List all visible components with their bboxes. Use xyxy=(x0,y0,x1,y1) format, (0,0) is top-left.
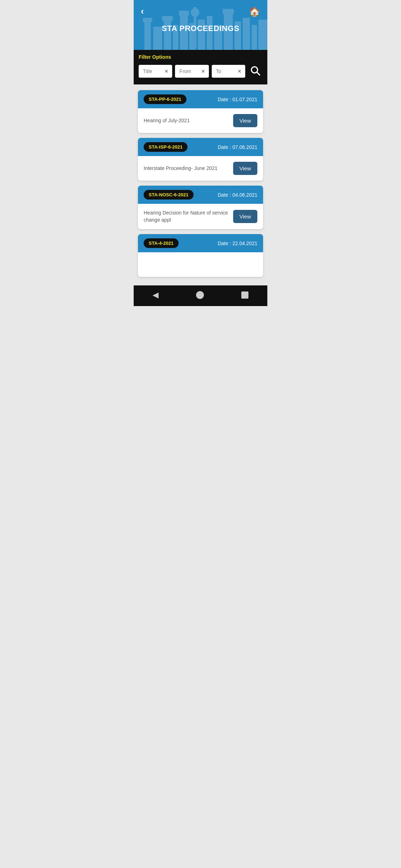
page-title: STA PROCEEDINGS xyxy=(134,17,267,33)
card-body: Interstate Proceeding- June 2021 View xyxy=(138,156,263,181)
bottom-nav: ◀ xyxy=(134,285,267,306)
title-filter[interactable]: ✕ xyxy=(139,65,172,78)
card-header: STA-PP-6-2021 Date : 01.07.2021 xyxy=(138,90,263,108)
filter-label: Filter Options xyxy=(139,54,262,60)
header: ‹ 🏠 STA PROCEEDINGS xyxy=(134,0,267,50)
from-clear-button[interactable]: ✕ xyxy=(201,68,205,74)
card-tag: STA-NOSC-6-2021 xyxy=(144,190,194,200)
search-button[interactable] xyxy=(248,63,262,79)
view-button[interactable]: View xyxy=(233,162,257,175)
title-clear-button[interactable]: ✕ xyxy=(164,68,169,74)
card-item: STA-4-2021 Date : 22.04.2021 View xyxy=(138,234,263,277)
card-description: Hearing of July-2021 xyxy=(144,117,233,124)
card-header: STA-4-2021 Date : 22.04.2021 xyxy=(138,234,263,252)
card-tag: STA-ISP-6-2021 xyxy=(144,142,187,152)
card-date: Date : 22.04.2021 xyxy=(218,241,257,246)
card-date: Date : 04.06.2021 xyxy=(218,192,257,198)
to-clear-button[interactable]: ✕ xyxy=(237,68,242,74)
card-description: Interstate Proceeding- June 2021 xyxy=(144,165,233,172)
card-item: STA-ISP-6-2021 Date : 07.06.2021 Interst… xyxy=(138,138,263,181)
view-button[interactable]: View xyxy=(233,210,257,223)
card-item: STA-PP-6-2021 Date : 01.07.2021 Hearing … xyxy=(138,90,263,133)
nav-back-button[interactable]: ◀ xyxy=(153,290,159,300)
card-tag: STA-PP-6-2021 xyxy=(144,94,186,104)
card-header: STA-ISP-6-2021 Date : 07.06.2021 xyxy=(138,138,263,156)
view-button[interactable]: View xyxy=(233,114,257,127)
to-filter[interactable]: ✕ xyxy=(212,65,245,78)
cards-list: STA-PP-6-2021 Date : 01.07.2021 Hearing … xyxy=(134,84,267,283)
card-body: Hearing of July-2021 View xyxy=(138,108,263,133)
filter-bar: Filter Options ✕ ✕ ✕ xyxy=(134,50,267,84)
nav-recents-button[interactable] xyxy=(241,291,248,299)
home-button[interactable]: 🏠 xyxy=(249,6,260,17)
card-description: Hearing Decision for Nature of service c… xyxy=(144,210,233,223)
search-icon xyxy=(250,65,261,76)
from-filter[interactable]: ✕ xyxy=(175,65,209,78)
nav-home-button[interactable] xyxy=(196,291,204,299)
from-input[interactable] xyxy=(179,68,195,74)
svg-point-20 xyxy=(251,67,257,73)
card-body: View xyxy=(138,252,263,277)
to-input[interactable] xyxy=(216,68,231,74)
card-body: Hearing Decision for Nature of service c… xyxy=(138,204,263,229)
card-date: Date : 07.06.2021 xyxy=(218,144,257,150)
svg-line-21 xyxy=(257,72,260,76)
card-date: Date : 01.07.2021 xyxy=(218,97,257,102)
back-button[interactable]: ‹ xyxy=(141,6,144,16)
card-tag: STA-4-2021 xyxy=(144,238,179,248)
title-input[interactable] xyxy=(143,68,158,74)
card-header: STA-NOSC-6-2021 Date : 04.06.2021 xyxy=(138,186,263,204)
card-item: STA-NOSC-6-2021 Date : 04.06.2021 Hearin… xyxy=(138,186,263,229)
